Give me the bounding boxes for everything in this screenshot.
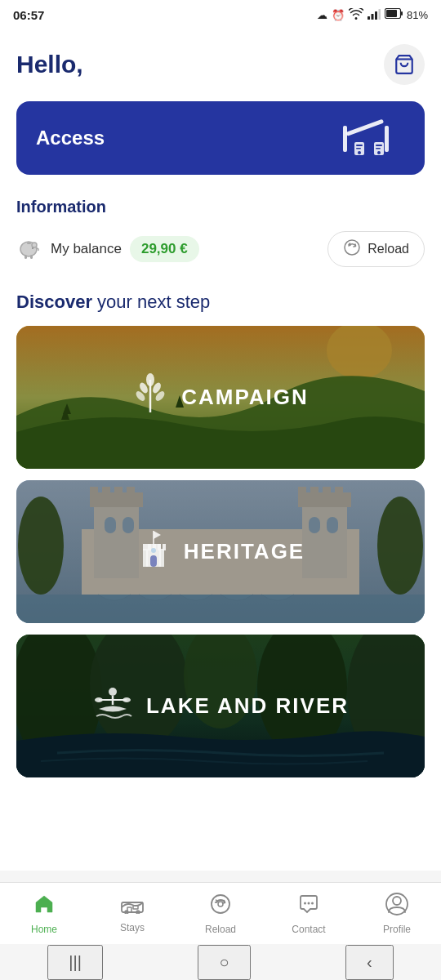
balance-row: My balance 29,90 € Reload bbox=[16, 231, 425, 267]
svg-rect-57 bbox=[159, 549, 164, 567]
greeting-text: Hello, bbox=[16, 51, 83, 78]
nav-stays-label: Stays bbox=[120, 922, 145, 933]
discover-title: Discover your next step bbox=[16, 292, 425, 313]
svg-rect-63 bbox=[150, 555, 157, 567]
campaign-label: CAMPAIGN bbox=[181, 385, 309, 410]
svg-point-85 bbox=[308, 902, 310, 904]
svg-rect-16 bbox=[376, 145, 382, 146]
cart-icon bbox=[394, 54, 415, 75]
svg-point-87 bbox=[393, 897, 401, 905]
svg-rect-59 bbox=[148, 544, 151, 550]
svg-rect-5 bbox=[386, 10, 397, 17]
balance-amount: 29,90 € bbox=[130, 236, 199, 262]
svg-rect-62 bbox=[163, 544, 166, 550]
svg-point-75 bbox=[95, 697, 103, 702]
svg-rect-3 bbox=[378, 9, 381, 20]
lake-icon bbox=[92, 682, 133, 730]
signal-icon bbox=[368, 8, 381, 22]
svg-rect-10 bbox=[345, 119, 384, 136]
cloud-icon: ☁ bbox=[317, 9, 327, 21]
cards-container: CAMPAIGN bbox=[16, 326, 425, 786]
svg-rect-22 bbox=[30, 255, 33, 259]
svg-rect-13 bbox=[356, 148, 361, 149]
svg-point-18 bbox=[377, 151, 381, 154]
nav-contact-label: Contact bbox=[292, 924, 325, 935]
sys-nav-recent[interactable]: ||| bbox=[47, 945, 103, 980]
svg-rect-79 bbox=[133, 906, 138, 909]
svg-point-84 bbox=[304, 902, 306, 904]
heritage-icon bbox=[136, 528, 171, 576]
reload-label: Reload bbox=[368, 242, 409, 256]
svg-rect-1 bbox=[371, 14, 373, 20]
status-bar: 06:57 ☁ ⏰ 81% bbox=[0, 0, 441, 29]
sys-nav-back[interactable]: ‹ bbox=[345, 945, 394, 980]
svg-rect-17 bbox=[376, 148, 381, 149]
heritage-card[interactable]: HERITAGE bbox=[16, 480, 425, 623]
nav-profile[interactable]: Profile bbox=[353, 893, 441, 935]
svg-point-29 bbox=[146, 373, 154, 386]
access-icon bbox=[340, 118, 405, 158]
nav-reload[interactable]: Reload bbox=[176, 893, 265, 935]
nav-home[interactable]: Home bbox=[0, 893, 88, 935]
lake-content: LAKE AND RIVER bbox=[16, 635, 425, 777]
access-label: Access bbox=[36, 127, 105, 149]
sys-nav-home[interactable]: ○ bbox=[198, 945, 250, 980]
bottom-nav: Home Stays Reloa bbox=[0, 882, 441, 944]
svg-rect-58 bbox=[143, 544, 146, 550]
svg-rect-64 bbox=[151, 548, 156, 553]
svg-rect-12 bbox=[356, 145, 363, 146]
campaign-card[interactable]: CAMPAIGN bbox=[16, 326, 425, 469]
campaign-icon bbox=[132, 373, 168, 421]
svg-rect-9 bbox=[385, 126, 389, 152]
discover-bold: Discover bbox=[16, 292, 92, 312]
discover-suffix: your next step bbox=[92, 292, 210, 312]
system-nav: ||| ○ ‹ bbox=[0, 944, 441, 980]
header: Hello, bbox=[16, 44, 425, 85]
reload-button[interactable]: Reload bbox=[327, 231, 425, 267]
battery-icon bbox=[385, 8, 403, 21]
svg-rect-77 bbox=[122, 902, 143, 912]
svg-rect-2 bbox=[375, 11, 377, 20]
stays-icon bbox=[120, 894, 145, 919]
nav-reload-label: Reload bbox=[205, 924, 236, 935]
lake-card[interactable]: LAKE AND RIVER bbox=[16, 635, 425, 777]
svg-point-86 bbox=[311, 902, 314, 904]
svg-rect-24 bbox=[27, 243, 31, 244]
svg-point-83 bbox=[218, 902, 223, 906]
access-button[interactable]: Access bbox=[16, 101, 425, 175]
cart-button[interactable] bbox=[384, 44, 425, 85]
campaign-content: CAMPAIGN bbox=[16, 326, 425, 469]
profile-icon bbox=[385, 893, 408, 920]
main-content: Hello, Access bbox=[0, 29, 441, 871]
nav-contact[interactable]: Contact bbox=[265, 893, 353, 935]
svg-rect-21 bbox=[24, 255, 27, 259]
svg-rect-8 bbox=[343, 126, 347, 152]
wifi-icon bbox=[349, 8, 363, 22]
status-icons: ☁ ⏰ 81% bbox=[317, 8, 428, 22]
svg-point-72 bbox=[109, 688, 117, 696]
nav-home-label: Home bbox=[31, 924, 57, 935]
svg-point-14 bbox=[358, 151, 361, 154]
svg-rect-56 bbox=[143, 549, 148, 567]
heritage-content: HERITAGE bbox=[16, 480, 425, 623]
home-icon bbox=[33, 893, 56, 920]
balance-label: My balance bbox=[51, 241, 122, 257]
balance-left: My balance 29,90 € bbox=[16, 234, 314, 264]
nav-stays[interactable]: Stays bbox=[88, 894, 176, 933]
svg-point-82 bbox=[212, 895, 229, 913]
svg-point-23 bbox=[32, 247, 33, 249]
nav-reload-icon bbox=[209, 893, 232, 920]
battery-text: 81% bbox=[407, 9, 428, 21]
svg-point-20 bbox=[32, 243, 37, 247]
contact-icon bbox=[297, 893, 320, 920]
lake-label: LAKE AND RIVER bbox=[146, 693, 349, 719]
reload-icon bbox=[343, 238, 361, 260]
status-time: 06:57 bbox=[13, 8, 44, 22]
svg-point-76 bbox=[122, 697, 131, 702]
nav-profile-label: Profile bbox=[383, 924, 411, 935]
alarm-icon: ⏰ bbox=[332, 9, 345, 21]
svg-rect-0 bbox=[368, 16, 370, 20]
svg-rect-6 bbox=[401, 11, 403, 16]
svg-point-25 bbox=[345, 240, 359, 255]
svg-rect-61 bbox=[158, 544, 161, 550]
